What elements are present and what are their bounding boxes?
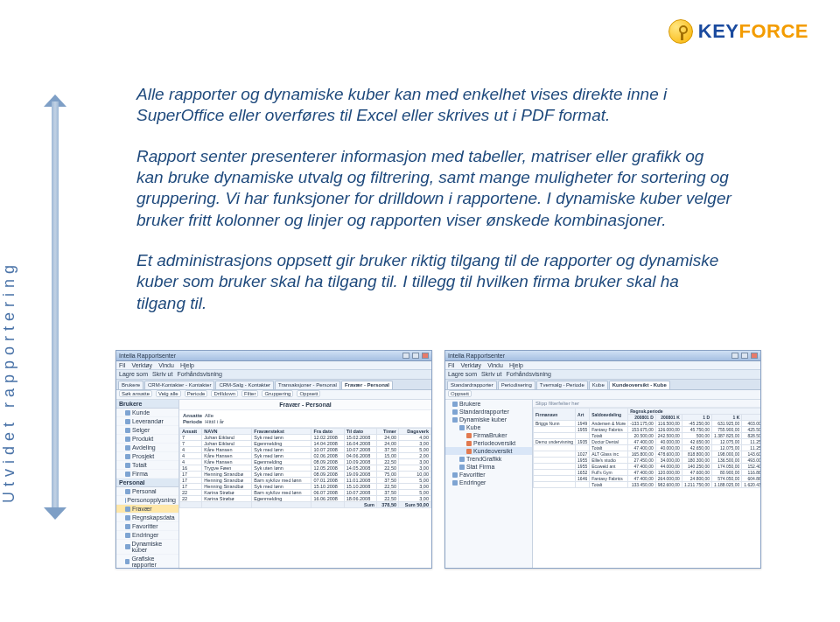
table-row[interactable]: Briggs Nunn1949Andersen & More-133.175,0… <box>534 421 761 427</box>
sidebar-item[interactable]: Personal <box>116 487 178 496</box>
table-row[interactable]: 1027ALT Glass inc165.800,00478.600,00818… <box>534 451 761 458</box>
tree-item[interactable]: Endringer <box>445 479 532 486</box>
tree-item[interactable]: Favoritter <box>445 471 532 479</box>
table-row[interactable]: 22Karina StrøbøBarn syk/lov med lønn06.0… <box>180 490 431 496</box>
item-4[interactable]: Filter <box>242 390 258 397</box>
item-2[interactable]: Vindu <box>158 362 174 368</box>
column-header[interactable]: Timer <box>376 429 398 435</box>
table-row[interactable]: 1955Ellie's studio27.450,0034.000,00180.… <box>534 458 761 464</box>
row-header[interactable]: Firmanavn <box>534 409 576 421</box>
item-0[interactable]: Oppsett <box>448 390 472 397</box>
sidebar-item[interactable]: Selger <box>116 426 178 435</box>
row-header[interactable]: Art <box>576 409 590 421</box>
sidebar-item[interactable]: Totalt <box>116 461 178 470</box>
tab-3[interactable]: Transaksjoner - Personal <box>275 381 340 389</box>
table-row[interactable]: 1646Fantasy Fabrics47.400,00264.000,0024… <box>534 476 761 482</box>
table-row[interactable]: 1955Ecoweld ant47.400,0044.000,00140.250… <box>534 464 761 470</box>
sidebar-item[interactable]: Endringer <box>116 531 178 540</box>
item-0[interactable]: Fil <box>448 362 454 368</box>
table-row[interactable]: Totalt133.450,00982.600,001.211.750,001.… <box>534 482 761 488</box>
sidebar-item[interactable]: Fravær <box>116 505 178 514</box>
table-row[interactable]: 4Kåre HansenEgenmelding08.09.200810.09.2… <box>180 459 431 465</box>
tab-1[interactable]: CRM-Kontakter - Kontakter <box>144 381 214 389</box>
minimize-icon[interactable] <box>402 353 410 359</box>
item-0[interactable]: Fil <box>119 362 125 368</box>
period-header[interactable]: 200801 D <box>628 415 656 421</box>
maximize-icon[interactable] <box>412 353 419 359</box>
column-header[interactable]: Fra dato <box>312 429 344 435</box>
tree-item[interactable]: Dynamiske kuber <box>445 416 532 423</box>
tree-item[interactable]: Kundeoversikt <box>445 447 532 455</box>
table-row[interactable]: 7Johan EiklandSyk med lønn12.02.200815.0… <box>180 435 431 441</box>
period-header[interactable]: 200801 K <box>655 415 682 421</box>
column-header[interactable]: Dagsverk <box>399 429 431 435</box>
column-header[interactable]: Til dato <box>344 429 376 435</box>
table-row[interactable]: 17Henning StrandbøSyk med lønn15.10.2008… <box>180 484 431 490</box>
drop-filter-area[interactable]: Slipp filterfelter her <box>533 400 760 408</box>
item-3[interactable]: Hjelp <box>180 362 194 368</box>
close-icon[interactable] <box>751 353 758 359</box>
table-row[interactable]: 4Kåre HansenSyk med lønn10.07.200810.07.… <box>180 447 431 453</box>
table-row[interactable]: 4Kåre HansenSyk med lønn02.06.200804.06.… <box>180 453 431 459</box>
maximize-icon[interactable] <box>741 353 748 359</box>
item-0[interactable]: Lagre som <box>448 371 477 377</box>
close-icon[interactable] <box>422 353 429 359</box>
tab-3[interactable]: Kube <box>589 381 608 389</box>
minimize-icon[interactable] <box>732 353 738 359</box>
table-row[interactable]: Totalt20.500,00242.500,00500,001.387.825… <box>534 433 761 439</box>
sidebar-item[interactable]: Personopplysning <box>116 496 178 505</box>
tree-item[interactable]: Kube <box>445 423 532 431</box>
tree-item[interactable]: FirmaBruker <box>445 431 532 439</box>
tree-item[interactable]: Standardrapporter <box>445 408 532 416</box>
item-2[interactable]: Vindu <box>487 362 503 368</box>
sidebar-item[interactable]: Regnskapsdata <box>116 514 178 522</box>
item-1[interactable]: Skriv ut <box>481 371 501 377</box>
tab-4[interactable]: Fravær - Personal <box>341 381 393 389</box>
item-1[interactable]: Velg alle <box>156 390 181 397</box>
sidebar-item[interactable]: Leverandør <box>116 417 178 426</box>
sidebar-item[interactable]: Prosjekt <box>116 452 178 461</box>
item-2[interactable]: Forhåndsvisning <box>506 371 550 377</box>
tab-4[interactable]: Kundeoversikt - Kube <box>609 381 670 389</box>
table-row[interactable]: 16Trygve FøenSyk uten lønn12.05.200814.0… <box>180 465 431 472</box>
item-0[interactable]: Søk ansatte <box>119 390 152 397</box>
row-header[interactable]: Saldoavdeling <box>590 409 628 421</box>
item-5[interactable]: Gruppering <box>262 390 293 397</box>
tab-1[interactable]: Periodisering <box>498 381 536 389</box>
column-header[interactable]: Ansatt <box>180 429 202 435</box>
period-header[interactable]: 2 D <box>742 415 760 421</box>
table-row[interactable]: 1652Full's Gym47.400,00120.000,0047.600,… <box>534 470 761 476</box>
tab-0[interactable]: Standardrapporter <box>447 381 497 389</box>
sidebar-item[interactable]: Favoritter <box>116 522 178 531</box>
table-row[interactable]: 17Henning StrandbøBarn syk/lov med lønn0… <box>180 478 431 484</box>
tree-item[interactable]: Stat Firma <box>445 463 532 471</box>
table-row[interactable]: 22Karina StrøbøEgenmelding16.06.200818.0… <box>180 496 431 502</box>
column-group-header[interactable]: Regnsk.periode <box>628 409 760 415</box>
tab-2[interactable]: CRM-Salg - Kontakter <box>215 381 274 389</box>
item-1[interactable]: Verktøy <box>131 362 152 368</box>
sidebar-item[interactable]: Avdeling <box>116 444 178 452</box>
tab-2[interactable]: Tverrsalg - Periode <box>536 381 588 389</box>
table-row[interactable]: Totalt47.400,0040.000,0042.650,0012.075,… <box>534 445 761 451</box>
table-row[interactable]: Demo undervisning1935Doctor Dental47.400… <box>534 439 761 445</box>
period-header[interactable]: 1 K <box>712 415 742 421</box>
item-3[interactable]: Hjelp <box>509 362 523 368</box>
table-row[interactable]: 7Johan EiklandEgenmelding14.04.200816.04… <box>180 441 431 447</box>
item-1[interactable]: Verktøy <box>460 362 481 368</box>
tree-item[interactable]: Brukere <box>445 400 532 408</box>
tab-0[interactable]: Brukere <box>118 381 144 389</box>
sidebar-item[interactable]: Kunde <box>116 409 178 417</box>
tree-item[interactable]: TrendGrafikk <box>445 455 532 463</box>
item-2[interactable]: Periode <box>185 390 208 397</box>
table-row[interactable]: 1955Fantasy Fabrics153.675,00126.000,004… <box>534 427 761 433</box>
period-header[interactable]: 1 D <box>682 415 711 421</box>
sidebar-item[interactable]: Grafiske rapporter <box>116 555 178 570</box>
column-header[interactable]: NAVN <box>202 429 252 435</box>
item-3[interactable]: Drilldown <box>211 390 238 397</box>
sidebar-item[interactable]: Firma <box>116 470 178 479</box>
table-row[interactable]: 17Henning StrandbøSyk med lønn08.09.2008… <box>180 472 431 478</box>
column-header[interactable]: Fraværstekst <box>252 429 312 435</box>
sidebar-item[interactable]: Produkt <box>116 435 178 444</box>
tree-item[interactable]: Periodeoversikt <box>445 439 532 447</box>
item-6[interactable]: Oppsett <box>297 390 320 397</box>
